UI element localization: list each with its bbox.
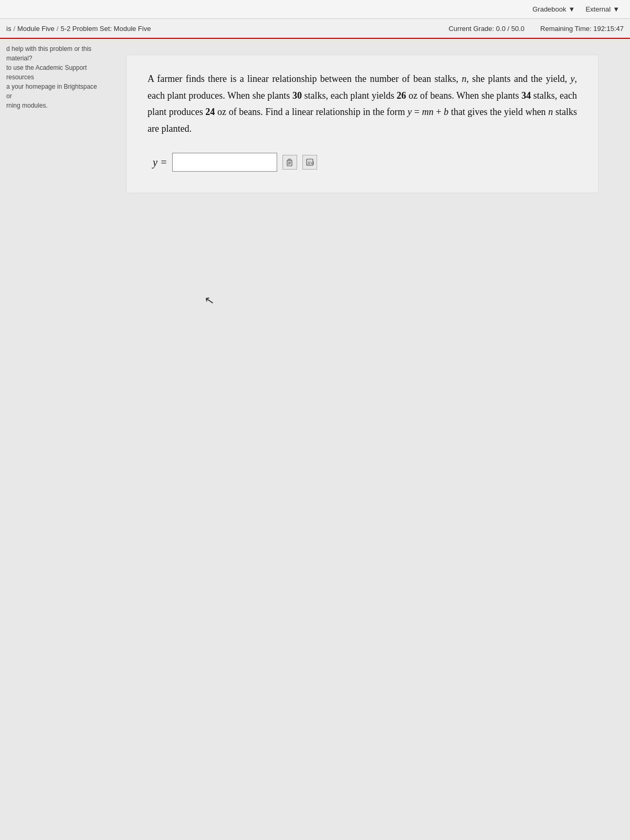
answer-row: y = f(x) [148,153,577,172]
y-equals-label: y = [153,156,167,169]
gradebook-arrow-icon: ▼ [569,5,575,13]
paste-icon [286,158,294,166]
side-hint-panel: d help with this problem or this materia… [0,39,105,116]
breadcrumb-sep2: / [57,25,59,33]
hint-line2: to use the Academic Support resources [6,63,99,82]
breadcrumb: is / Module Five / 5-2 Problem Set: Modu… [6,25,151,33]
breadcrumb-module[interactable]: Module Five [17,25,55,33]
gradebook-menu[interactable]: Gradebook ▼ [532,5,575,13]
problem-box: A farmer finds there is a linear relatio… [126,55,598,193]
external-label: External [585,5,611,13]
remaining-time: Remaining Time: 192:15:47 [540,25,624,33]
external-arrow-icon: ▼ [613,5,620,13]
svg-rect-1 [288,159,291,161]
top-navigation: Gradebook ▼ External ▼ [0,0,630,19]
breadcrumb-sep1: / [13,25,15,33]
svg-text:f(x): f(x) [308,160,314,165]
answer-input[interactable] [172,153,277,172]
grade-info: Current Grade: 0.0 / 50.0 Remaining Time… [448,25,624,33]
problem-text: A farmer finds there is a linear relatio… [148,71,577,137]
current-grade: Current Grade: 0.0 / 50.0 [448,25,524,33]
formula-icon: f(x) [306,158,314,166]
mouse-cursor-icon: ↖ [204,293,215,309]
paste-icon-button[interactable] [282,155,297,170]
hint-line1: d help with this problem or this materia… [6,44,99,63]
gradebook-label: Gradebook [532,5,566,13]
breadcrumb-part1: is [6,25,11,33]
breadcrumb-problem-set[interactable]: 5-2 Problem Set: Module Five [60,25,151,33]
breadcrumb-bar: is / Module Five / 5-2 Problem Set: Modu… [0,19,630,39]
formula-icon-button[interactable]: f(x) [302,155,317,170]
main-content: A farmer finds there is a linear relatio… [105,39,620,826]
hint-line4: rning modules. [6,101,99,110]
hint-line3: a your homepage in Brightspace or [6,82,99,101]
external-menu[interactable]: External ▼ [585,5,620,13]
